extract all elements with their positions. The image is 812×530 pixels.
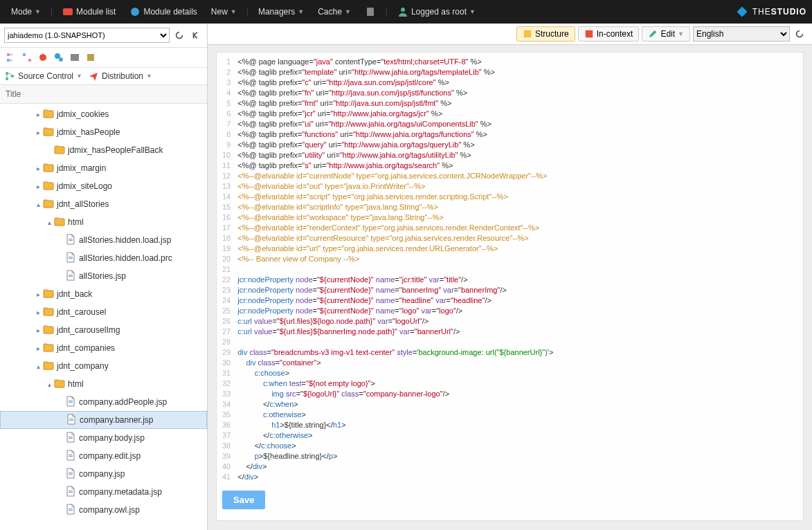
menu-managers[interactable]: Managers▼ (253, 7, 309, 17)
tree-item[interactable]: company.edit.jsp (0, 447, 207, 465)
tree-item[interactable]: ▸jdnt_companies (0, 339, 207, 357)
tree-item-label: company.body.jsp (79, 433, 145, 443)
view-incontext-button[interactable]: In-context (578, 26, 640, 42)
expander-icon[interactable]: ▸ (33, 111, 43, 118)
folder-icon (43, 126, 57, 139)
svg-rect-2 (367, 8, 374, 16)
tree-icon-4 (53, 52, 64, 63)
distribution-icon (88, 71, 99, 82)
expander-icon[interactable]: ▴ (33, 201, 43, 208)
tree-icon-6 (85, 52, 96, 63)
tree-item[interactable]: company.metadata.jsp (0, 483, 207, 501)
tree-item[interactable]: ▸jdmix_siteLogo (0, 177, 207, 195)
menu-cache[interactable]: Cache▼ (312, 7, 357, 17)
folder-icon (43, 360, 57, 373)
edit-icon (648, 29, 658, 39)
expander-icon[interactable]: ▸ (33, 309, 43, 316)
file-icon (66, 414, 80, 427)
expander-icon[interactable]: ▴ (44, 219, 54, 226)
tree-item[interactable]: ▴html (0, 213, 207, 231)
svg-rect-28 (69, 455, 73, 455)
svg-rect-37 (585, 30, 593, 38)
code-editor[interactable]: 1234567891011121314151617181920212223242… (216, 52, 804, 521)
distribution-menu[interactable]: Distribution▼ (88, 71, 152, 82)
svg-rect-26 (69, 437, 73, 437)
menu-mode[interactable]: Mode▼ (6, 7, 46, 17)
tree-item-label: jdmix_siteLogo (57, 181, 112, 191)
branch-icon (4, 71, 15, 82)
source-control-menu[interactable]: Source Control▼ (4, 71, 82, 82)
tree-item[interactable]: ▸jdmix_hasPeople (0, 123, 207, 141)
tree-item[interactable]: ▸jdmix_cookies (0, 105, 207, 123)
folder-icon (43, 162, 57, 175)
file-icon (65, 432, 79, 445)
expander-icon[interactable]: ▸ (33, 291, 43, 298)
tree-item[interactable]: ▴jdnt_company (0, 357, 207, 375)
tb-btn-2[interactable] (20, 51, 34, 64)
tree-item[interactable]: ▸jdnt_carouselImg (0, 321, 207, 339)
line-gutter: 1234567891011121314151617181920212223242… (222, 57, 237, 482)
svg-point-9 (55, 53, 60, 59)
menu-module-list[interactable]: Module list (57, 6, 121, 17)
tree-item-label: company.edit.jsp (79, 451, 141, 461)
expander-icon[interactable]: ▸ (33, 345, 43, 352)
tree-item-label: jdmix_cookies (57, 109, 109, 119)
tree-item[interactable]: company.addPeople.jsp (0, 393, 207, 411)
expander-icon[interactable]: ▴ (44, 381, 54, 388)
svg-rect-4 (7, 53, 10, 56)
tree-item[interactable]: allStories.hidden.load.jsp (0, 231, 207, 249)
file-icon (65, 270, 79, 283)
expander-icon[interactable]: ▸ (33, 327, 43, 334)
refresh-editor-button[interactable] (793, 27, 806, 41)
tree-item-label: html (68, 379, 84, 389)
tree-toolbar (0, 48, 207, 68)
file-tree[interactable]: ▸jdmix_cookies▸jdmix_hasPeoplejdmix_hasP… (0, 104, 207, 530)
module-select[interactable]: jahiademo (1.0-SNAPSHOT) (4, 28, 170, 43)
folder-icon (43, 306, 57, 319)
refresh-icon (795, 29, 804, 39)
tb-btn-1[interactable] (4, 51, 18, 64)
expander-icon[interactable]: ▸ (33, 165, 43, 172)
file-icon (65, 396, 79, 409)
tree-item-label: company.banner.jsp (80, 415, 154, 425)
menu-logged-as[interactable]: Logged as root▼ (392, 6, 481, 17)
tb-btn-4[interactable] (52, 51, 66, 64)
svg-rect-27 (69, 438, 73, 439)
expander-icon[interactable]: ▴ (33, 363, 43, 370)
menu-new[interactable]: New▼ (206, 7, 242, 17)
svg-rect-18 (69, 257, 73, 257)
svg-rect-24 (69, 419, 73, 419)
tb-btn-3[interactable] (36, 51, 50, 64)
tree-item[interactable]: ▸jdmix_margin (0, 159, 207, 177)
tree-item-label: allStories.hidden.load.prc (79, 253, 172, 263)
code-content[interactable]: <%@ page language="java" contentType="te… (237, 57, 553, 482)
folder-icon (43, 108, 57, 121)
tree-item[interactable]: ▴jdnt_allStories (0, 195, 207, 213)
refresh-button[interactable] (172, 28, 186, 42)
view-edit-button[interactable]: Edit▼ (642, 26, 690, 42)
tree-item[interactable]: jdmix_hasPeopleFallBack (0, 141, 207, 159)
tree-item[interactable]: company.owl.jsp (0, 501, 207, 519)
tree-item[interactable]: allStories.jsp (0, 267, 207, 285)
tree-item[interactable]: company.jsp (0, 465, 207, 483)
tree-item-label: jdnt_carousel (57, 307, 106, 317)
tb-btn-5[interactable] (68, 51, 82, 64)
menu-module-details[interactable]: Module details (124, 6, 202, 17)
expander-icon[interactable]: ▸ (33, 129, 43, 136)
tree-item[interactable]: ▴html (0, 375, 207, 393)
tree-icon-1 (6, 52, 17, 63)
collapse-panel-button[interactable] (189, 28, 203, 42)
view-structure-button[interactable]: Structure (516, 26, 575, 42)
save-button[interactable]: Save (222, 491, 265, 509)
expander-icon[interactable]: ▸ (33, 183, 43, 190)
language-select[interactable]: English (693, 26, 790, 42)
tree-item[interactable]: ▸jdnt_back (0, 285, 207, 303)
tree-item[interactable]: allStories.hidden.load.prc (0, 249, 207, 267)
tree-item[interactable]: company.body.jsp (0, 429, 207, 447)
tree-item[interactable]: ▸jdnt_carousel (0, 303, 207, 321)
svg-point-1 (131, 8, 139, 16)
tree-item-label: jdmix_hasPeople (57, 127, 120, 137)
menu-clipboard[interactable] (359, 6, 381, 17)
tb-btn-6[interactable] (84, 51, 98, 64)
tree-item[interactable]: company.banner.jsp (0, 411, 207, 429)
